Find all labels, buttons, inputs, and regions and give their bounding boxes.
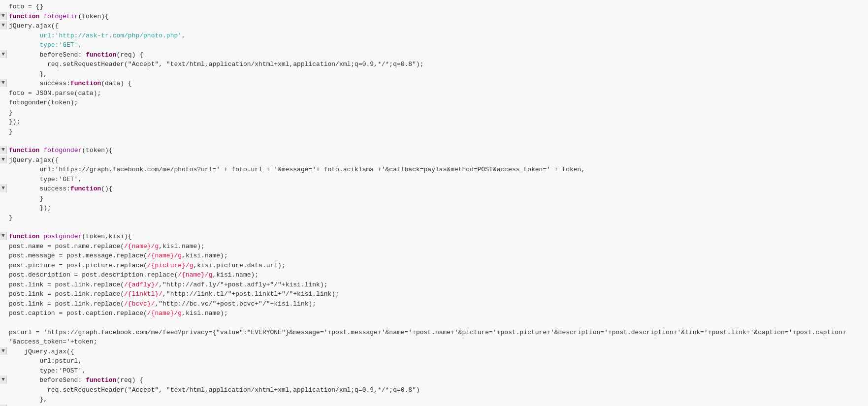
code-line: post.caption = post.caption.replace(/{na… <box>0 309 868 318</box>
code-token: post.message = post.message.replace( <box>9 252 147 259</box>
code-token: } <box>9 109 13 116</box>
code-token: post.caption = post.caption.replace( <box>9 310 147 317</box>
code-line: post.message = post.message.replace(/{na… <box>0 251 868 261</box>
line-content: type:'GET', <box>7 40 868 50</box>
code-token: type:'POST', <box>9 367 86 375</box>
line-gutter[interactable]: ▼ <box>0 79 7 87</box>
code-token: foto = {} <box>9 3 43 10</box>
line-gutter[interactable]: ▼ <box>0 146 7 154</box>
code-token: ,kisi.name); <box>159 243 205 250</box>
code-line: type:'GET', <box>0 175 868 185</box>
code-line: req.setRequestHeader("Accept", "text/htm… <box>0 385 868 395</box>
code-token: success: <box>9 185 70 192</box>
line-content: post.message = post.message.replace(/{na… <box>7 251 868 261</box>
code-token: post.name = post.name.replace( <box>9 243 124 250</box>
code-token: function <box>86 51 116 59</box>
line-gutter[interactable]: ▼ <box>0 12 7 20</box>
line-gutter[interactable]: ▼ <box>0 347 7 355</box>
code-token: (req) { <box>116 376 143 384</box>
code-token: beforeSend: <box>9 51 86 59</box>
line-content: post.name = post.name.replace(/{name}/g,… <box>7 242 868 251</box>
code-line: post.name = post.name.replace(/{name}/g,… <box>0 242 868 251</box>
code-token: } <box>9 214 13 221</box>
code-line <box>0 222 868 232</box>
code-token: ,"http://adf.ly/"+post.adfly+"/"+kisi.li… <box>159 281 327 288</box>
line-content: success:function(data) { <box>7 405 868 406</box>
line-content: jQuery.ajax({ <box>7 347 868 357</box>
line-gutter[interactable]: ▼ <box>0 232 7 240</box>
line-content: post.link = post.link.replace(/{adfly}/,… <box>7 280 868 290</box>
line-content: success:function(){ <box>7 184 868 194</box>
code-token: req.setRequestHeader("Accept", "text/htm… <box>9 386 420 394</box>
line-content: function postgonder(token,kisi){ <box>7 232 868 242</box>
line-gutter[interactable]: ▼ <box>0 156 7 164</box>
code-token: ,"http://bc.vc/"+post.bcvc+"/"+kisi.link… <box>155 300 316 308</box>
code-token: postgonder <box>43 233 82 240</box>
line-gutter[interactable]: ▼ <box>0 184 7 192</box>
line-content: post.caption = post.caption.replace(/{na… <box>7 309 868 318</box>
code-line <box>0 318 868 328</box>
line-content: url:psturl, <box>7 356 868 366</box>
code-token: /{adfly}/ <box>124 281 159 288</box>
code-token: /{name}/g <box>178 271 212 279</box>
code-token: fotogetir <box>43 13 78 20</box>
code-line: ▼ beforeSend: function(req) { <box>0 50 868 60</box>
code-token: /{name}/g <box>147 252 182 259</box>
line-content: req.setRequestHeader("Accept", "text/htm… <box>7 385 868 395</box>
code-token: }, <box>9 70 47 78</box>
line-content: } <box>7 213 868 223</box>
code-line: }); <box>0 203 868 213</box>
code-token: jQuery.ajax({ <box>9 22 59 30</box>
code-line: } <box>0 108 868 118</box>
code-token: req.setRequestHeader("Accept", "text/htm… <box>9 61 424 68</box>
code-token: }); <box>9 118 20 125</box>
code-token: function <box>9 233 43 240</box>
code-token: (token,kisi){ <box>82 233 131 240</box>
code-token: post.link = post.link.replace( <box>9 300 124 308</box>
code-token: fotogonder <box>43 147 82 154</box>
line-content: '&access_token='+token; <box>7 337 868 347</box>
code-token: fotogonder(token); <box>9 99 78 106</box>
code-line: post.link = post.link.replace(/{linktl}/… <box>0 289 868 299</box>
code-token: url:psturl, <box>9 357 82 365</box>
line-content: post.description = post.description.repl… <box>7 270 868 280</box>
code-token: } <box>9 128 13 135</box>
line-content: }); <box>7 117 868 127</box>
line-content: post.link = post.link.replace(/{bcvc}/,"… <box>7 299 868 309</box>
code-token: } <box>9 195 43 202</box>
code-line: post.link = post.link.replace(/{adfly}/,… <box>0 280 868 290</box>
code-token: function <box>9 147 43 154</box>
code-line: }, <box>0 395 868 405</box>
line-content: fotogonder(token); <box>7 98 868 108</box>
code-token: (token){ <box>82 147 112 154</box>
line-gutter[interactable]: ▼ <box>0 50 7 59</box>
line-gutter[interactable]: ▼ <box>0 375 7 384</box>
code-line: post.description = post.description.repl… <box>0 270 868 280</box>
line-gutter[interactable]: ▼ <box>0 405 7 406</box>
code-token: /{linktl}/ <box>124 290 162 298</box>
line-content: } <box>7 194 868 204</box>
code-line: post.link = post.link.replace(/{bcvc}/,"… <box>0 299 868 309</box>
code-token: jQuery.ajax({ <box>9 348 74 355</box>
line-content: post.picture = post.picture.replace(/{pi… <box>7 261 868 271</box>
code-line: post.picture = post.picture.replace(/{pi… <box>0 261 868 271</box>
code-token: function <box>70 185 101 192</box>
line-content: jQuery.ajax({ <box>7 156 868 165</box>
code-line: req.setRequestHeader("Accept", "text/htm… <box>0 60 868 69</box>
code-line: '&access_token='+token; <box>0 337 868 347</box>
code-line: } <box>0 127 868 137</box>
code-token: success: <box>9 80 70 87</box>
line-gutter[interactable]: ▼ <box>0 21 7 30</box>
code-line: } <box>0 194 868 204</box>
line-content: beforeSend: function(req) { <box>7 375 868 385</box>
line-content: success:function(data) { <box>7 79 868 89</box>
line-content: } <box>7 108 868 118</box>
code-line: }); <box>0 117 868 127</box>
line-content: beforeSend: function(req) { <box>7 50 868 60</box>
code-line: type:'POST', <box>0 366 868 376</box>
code-token: (token){ <box>78 13 108 20</box>
line-content: function fotogonder(token){ <box>7 146 868 156</box>
code-token: post.link = post.link.replace( <box>9 290 124 298</box>
code-line: } <box>0 213 868 223</box>
code-line: fotogonder(token); <box>0 98 868 108</box>
